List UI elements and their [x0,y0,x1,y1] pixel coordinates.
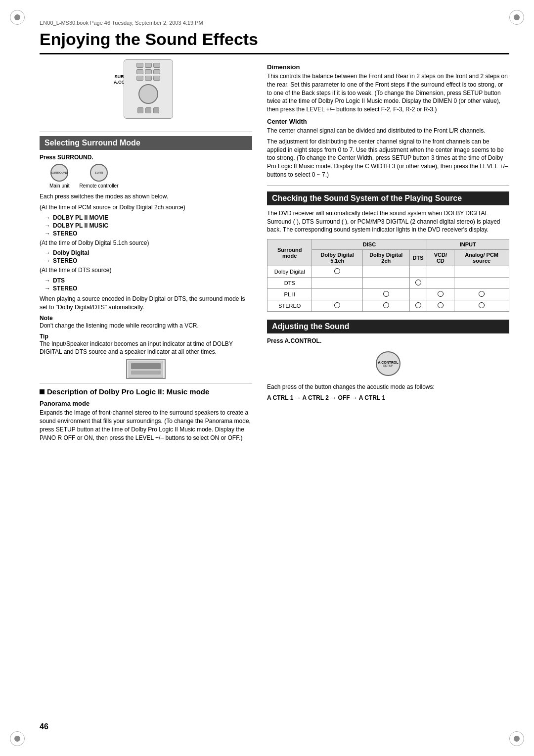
row-cell [362,266,409,278]
page: EN00_L-MS30.book Page 46 Tuesday, Septem… [0,0,534,756]
dolby-mode-1: Dolby Digital [53,249,89,256]
each-press-text: Each press of the button changes the aco… [267,383,509,391]
row-cell [362,289,409,300]
row-cell [427,300,454,312]
remote-label: Remote controller [80,183,119,189]
row-cell [454,278,509,289]
pcm-modes-list: DOLBY PL II MOVIE DOLBY PL II MUSIC STER… [44,214,252,237]
dts-mode-2: STEREO [53,285,77,292]
acontrol-illustration: A.CONTROL SETUP [267,348,509,379]
row-cell [454,266,509,278]
row-cell [312,266,363,278]
row-cell [362,300,409,312]
center-width-header: Center Width [267,118,509,125]
dolby-mode-2: STEREO [53,257,77,264]
row-cell [362,278,409,289]
col-dolby51: Dolby Digital 5.1ch [312,250,363,266]
corner-mark-br [509,731,524,746]
table-row: STEREO [267,300,509,312]
panorama-text: Expands the image of front-channel stere… [40,409,252,442]
dolby-section-title: Description of Dolby Pro Logic II: Music… [47,387,209,396]
device-illustration: SURROUND A.CONTROL [40,59,252,128]
pcm-mode-1: DOLBY PL II MOVIE [53,214,108,221]
remote-control: SURR Remote controller [80,164,119,189]
row-cell [454,289,509,300]
right-column: Dimension This controls the balance betw… [267,59,509,444]
corner-mark-bl [10,731,25,746]
col-disc: DISC [312,239,427,250]
col-surround-mode: Surround mode [267,239,312,266]
note-label: Note [40,315,252,322]
center-width-text1: The center channel signal can be divided… [267,127,509,135]
row-cell [409,300,427,312]
row-cell [427,266,454,278]
svg-rect-2 [131,371,161,375]
panorama-header: Panorama mode [40,400,252,407]
section-selecting-surround: Selecting Surround Mode [40,136,252,150]
page-number: 46 [40,722,48,731]
intro-text: Each press switches the modes as shown b… [40,192,252,201]
table-row: Dolby Digital [267,266,509,278]
row-cell [312,300,363,312]
controls-row: SURROUND Main unit SURR Remote controlle… [49,164,252,189]
table-row: PL II [267,289,509,300]
page-title: Enjoying the Sound Effects [40,30,509,54]
auto-note: When playing a source encoded in Dolby D… [40,295,252,312]
row-cell [409,289,427,300]
row-mode: DTS [267,278,312,289]
press-surround-section: Press SURROUND. SURROUND Main unit SURR … [40,154,252,189]
dimension-header: Dimension [267,63,509,71]
checking-sound-header: Checking the Sound System of the Playing… [267,191,509,205]
pcm-mode-3: STEREO [53,230,77,237]
checking-intro: The DVD receiver will automatically dete… [267,209,509,234]
main-unit-label: Main unit [49,183,70,189]
dts-note: (At the time of DTS source) [40,266,252,275]
dimension-text: This controls the balance between the Fr… [267,72,509,114]
row-cell [427,289,454,300]
left-column: SURROUND A.CONTROL [40,59,252,444]
mode-sequence: A CTRL 1 → A CTRL 2 → OFF → A CTRL 1 [267,394,509,402]
row-mode: STEREO [267,300,312,312]
col-vcd: VCD/ CD [427,250,454,266]
tip-text: The Input/Speaker indicator becomes an i… [40,340,252,357]
row-cell [427,278,454,289]
main-unit-image [124,59,173,119]
acontrol-button: A.CONTROL SETUP [376,351,400,376]
row-mode: Dolby Digital [267,266,312,278]
dolby-modes-list: Dolby Digital STEREO [44,249,252,264]
sound-system-table: Surround mode DISC INPUT Dolby Digital 5… [267,239,509,312]
display-illustration [126,359,166,379]
note-text: Don't change the listening mode while re… [40,322,252,330]
corner-mark-tr [509,10,524,25]
row-cell [312,278,363,289]
dts-mode-1: DTS [53,277,65,284]
section-dolby-header: Description of Dolby Pro Logic II: Music… [40,387,252,396]
svg-rect-1 [131,363,161,369]
row-cell [409,266,427,278]
dolby-note: (At the time of Dolby Digital 5.1ch sour… [40,239,252,247]
press-label: Press SURROUND. [40,154,252,161]
col-dts: DTS [409,250,427,266]
main-unit-control: SURROUND Main unit [49,164,70,189]
center-width-text2: The adjustment for distributing the cent… [267,138,509,179]
black-square-icon [40,389,44,394]
file-info: EN00_L-MS30.book Page 46 Tuesday, Septem… [40,20,509,26]
table-row: DTS [267,278,509,289]
row-cell [454,300,509,312]
col-input: INPUT [427,239,509,250]
press-acontrol-label: Press A.CONTROL. [267,337,509,344]
dts-modes-list: DTS STEREO [44,277,252,292]
tip-label: Tip [40,333,252,340]
row-mode: PL II [267,289,312,300]
main-unit-button: SURROUND [50,164,68,182]
remote-button: SURR [90,164,108,182]
row-cell [409,278,427,289]
adjusting-sound-header: Adjusting the Sound [267,320,509,333]
pcm-note: (At the time of PCM source or Dolby Digi… [40,203,252,212]
row-cell [312,289,363,300]
sound-system-table-container: Surround mode DISC INPUT Dolby Digital 5… [267,239,509,312]
col-dolby2: Dolby Digital 2ch [362,250,409,266]
corner-mark-tl [10,10,25,25]
col-analog: Analog/ PCM source [454,250,509,266]
pcm-mode-2: DOLBY PL II MUSIC [53,222,108,229]
